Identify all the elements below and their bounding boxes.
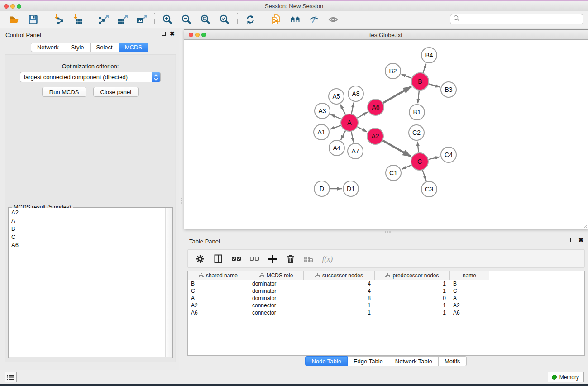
mcds-list-scrollbar[interactable] <box>165 208 172 357</box>
add-entry-button[interactable] <box>266 253 278 265</box>
cell-predecessor-nodes[interactable]: 1 <box>375 288 450 294</box>
cell-shared-name[interactable]: A6 <box>188 310 249 316</box>
tab-network[interactable]: Network <box>31 43 65 52</box>
node-C1[interactable]: C1 <box>386 165 401 181</box>
edge-C-C4[interactable] <box>429 157 440 160</box>
cell-successor-nodes[interactable]: 4 <box>304 281 375 287</box>
edge-B-B1[interactable] <box>418 91 419 103</box>
tab-mcds[interactable]: MCDS <box>119 43 148 52</box>
close-panel-button[interactable]: Close panel <box>93 87 139 97</box>
node-A4[interactable]: A4 <box>329 140 344 156</box>
table-settings-button[interactable] <box>194 253 206 265</box>
node-D[interactable]: D <box>314 181 330 196</box>
mcds-result-item[interactable]: A2 <box>9 208 172 216</box>
column-header-successor-nodes[interactable]: successor nodes <box>304 271 375 280</box>
edge-A-A1[interactable] <box>330 125 341 129</box>
node-A3[interactable]: A3 <box>315 103 330 119</box>
edge-C-C1[interactable] <box>402 165 411 169</box>
node-B2[interactable]: B2 <box>385 63 401 79</box>
mcds-result-item[interactable]: B <box>9 224 172 233</box>
close-panel-icon[interactable]: ✖ <box>170 31 175 36</box>
run-mcds-button[interactable]: Run MCDS <box>42 87 86 97</box>
edge-C-C3[interactable] <box>423 170 426 181</box>
cell-predecessor-nodes[interactable]: 1 <box>375 302 450 309</box>
show-eye-button[interactable] <box>324 12 343 27</box>
cell-MCDS-role[interactable]: dominator <box>249 288 304 294</box>
hide-eye-button[interactable] <box>305 12 324 27</box>
network-window-titlebar[interactable]: testGlobe.txt <box>184 30 588 40</box>
cell-MCDS-role[interactable]: connector <box>249 310 304 316</box>
horizontal-splitter-handle[interactable] <box>382 230 393 234</box>
node-B4[interactable]: B4 <box>421 48 437 63</box>
export-network-button[interactable] <box>94 12 113 27</box>
cell-predecessor-nodes[interactable]: 0 <box>375 295 450 301</box>
table-row[interactable]: A6connector11A6 <box>188 309 584 316</box>
cell-name[interactable]: B <box>450 281 489 287</box>
cell-MCDS-role[interactable]: connector <box>249 302 304 309</box>
cell-name[interactable]: C <box>450 288 489 294</box>
edge-B-B3[interactable] <box>429 84 440 87</box>
edge-A6-B[interactable] <box>383 86 411 103</box>
cell-predecessor-nodes[interactable]: 1 <box>375 310 450 316</box>
cell-successor-nodes[interactable]: 1 <box>304 310 375 316</box>
select-all-checks-button[interactable] <box>230 253 242 265</box>
import-network-button[interactable] <box>49 12 68 27</box>
node-A1[interactable]: A1 <box>314 124 329 140</box>
import-table-button[interactable] <box>68 12 87 27</box>
cell-name[interactable]: A <box>450 295 489 301</box>
node-A2[interactable]: A2 <box>367 128 383 144</box>
edge-A-A6[interactable] <box>357 112 368 118</box>
tab-style[interactable]: Style <box>65 43 91 52</box>
export-table-button[interactable] <box>113 12 132 27</box>
node-C[interactable]: C <box>411 153 428 170</box>
open-file-button[interactable] <box>5 12 24 27</box>
column-header-MCDS-role[interactable]: MCDS role <box>249 271 304 280</box>
tab-motifs[interactable]: Motifs <box>439 356 467 366</box>
mcds-result-item[interactable]: C <box>9 233 172 241</box>
edge-C-C2[interactable] <box>417 142 419 152</box>
deselect-all-checks-button[interactable] <box>248 253 260 265</box>
tab-network-table[interactable]: Network Table <box>389 356 439 366</box>
node-C2[interactable]: C2 <box>409 125 424 140</box>
node-D1[interactable]: D1 <box>343 181 359 196</box>
table-row[interactable]: Bdominator41B <box>188 280 584 287</box>
cell-MCDS-role[interactable]: dominator <box>249 281 304 287</box>
node-A[interactable]: A <box>341 114 358 131</box>
cell-MCDS-role[interactable]: dominator <box>249 295 304 301</box>
search-input[interactable] <box>460 14 583 24</box>
zoom-out-button[interactable] <box>177 12 196 27</box>
close-table-panel-icon[interactable]: ✖ <box>578 238 583 243</box>
network-graph[interactable]: AA1A3A5A8A4A7A6A2BB2B4B3B1CC2C4C1C3DD1 <box>184 40 588 229</box>
node-C4[interactable]: C4 <box>441 147 456 162</box>
float-panel-icon[interactable] <box>162 32 166 36</box>
node-B[interactable]: B <box>411 73 429 90</box>
edge-A-A8[interactable] <box>351 103 354 114</box>
cell-name[interactable]: A2 <box>450 302 489 309</box>
cell-shared-name[interactable]: C <box>188 288 249 294</box>
delete-table-button[interactable] <box>302 253 315 265</box>
column-header-predecessor-nodes[interactable]: predecessor nodes <box>375 271 450 280</box>
node-A7[interactable]: A7 <box>348 143 363 159</box>
edge-A2-C[interactable] <box>383 140 411 157</box>
zoom-fit-button[interactable] <box>196 12 215 27</box>
mcds-result-item[interactable]: A6 <box>9 241 172 249</box>
node-B3[interactable]: B3 <box>441 82 456 97</box>
edge-A-A4[interactable] <box>341 131 345 140</box>
cell-shared-name[interactable]: A <box>188 295 249 301</box>
search-field[interactable] <box>450 14 583 24</box>
edge-B-B2[interactable] <box>402 74 412 78</box>
cell-shared-name[interactable]: A2 <box>188 302 249 309</box>
zoom-selected-button[interactable] <box>215 12 234 27</box>
node-B1[interactable]: B1 <box>409 105 425 120</box>
refresh-view-button[interactable] <box>241 12 260 27</box>
node-C3[interactable]: C3 <box>421 181 437 197</box>
edge-A-A5[interactable] <box>340 105 345 114</box>
edge-B-B4[interactable] <box>423 64 426 73</box>
cell-successor-nodes[interactable]: 1 <box>304 302 375 309</box>
table-row[interactable]: Cdominator41C <box>188 287 584 295</box>
tab-select[interactable]: Select <box>91 43 119 52</box>
column-header-shared-name[interactable]: shared name <box>188 271 249 280</box>
edge-A-A3[interactable] <box>330 114 341 119</box>
edge-A-A2[interactable] <box>358 127 367 132</box>
mcds-result-item[interactable]: A <box>9 216 172 224</box>
